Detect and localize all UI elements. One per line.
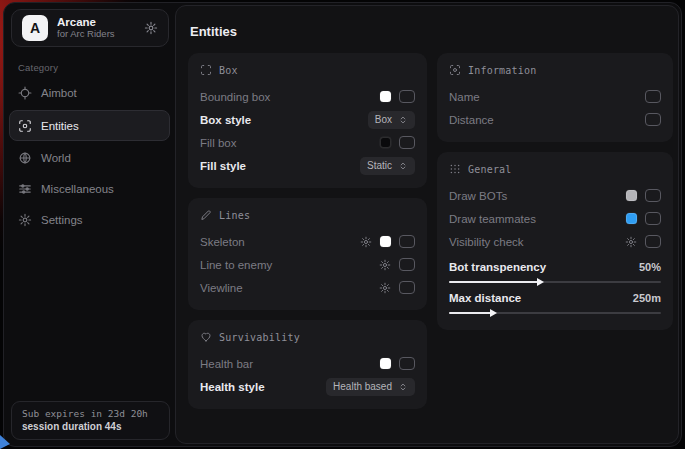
row-settings-gear-icon[interactable] (379, 282, 391, 294)
checkbox[interactable] (645, 235, 661, 248)
setting-row-fill-box: Fill box (200, 132, 415, 153)
category-label: Category (18, 62, 175, 73)
grid-icon (449, 163, 461, 175)
app-subtitle: for Arc Riders (57, 29, 135, 40)
sidebar-item-world[interactable]: World (9, 143, 170, 173)
right-column: InformationNameDistanceGeneralDraw BOTsD… (437, 53, 673, 340)
scan-icon (200, 64, 212, 76)
app-window: A Arcane for Arc Riders Category AimbotE… (3, 2, 682, 447)
subscription-card: Sub expires in 23d 20h session duration … (11, 401, 170, 440)
page-title: Entities (190, 24, 666, 39)
card-lines: LinesSkeletonLine to enemyViewline (188, 198, 427, 310)
session-duration-text: session duration 44s (22, 421, 159, 432)
card-box: BoxBounding boxBox styleBoxFill boxFill … (188, 53, 427, 188)
color-swatch[interactable] (626, 190, 637, 201)
scan-eye-icon (18, 119, 32, 133)
row-controls (625, 235, 661, 248)
row-controls (626, 212, 661, 225)
checkbox[interactable] (399, 235, 415, 248)
dropdown[interactable]: Static (360, 157, 415, 175)
setting-row-skeleton: Skeleton (200, 231, 415, 252)
row-controls: Health based (326, 378, 415, 396)
sidebar-item-label: Miscellaneous (41, 183, 114, 195)
checkbox[interactable] (399, 281, 415, 294)
color-swatch[interactable] (380, 137, 391, 148)
dropdown-value: Health based (333, 381, 392, 392)
mouse-cursor (0, 433, 12, 449)
card-title: General (468, 164, 512, 175)
slider[interactable] (449, 281, 661, 283)
setting-row-draw-bots: Draw BOTs (449, 185, 661, 206)
setting-row-health-style: Health styleHealth based (200, 376, 415, 397)
checkbox[interactable] (645, 189, 661, 202)
slider[interactable] (449, 312, 661, 314)
row-label: Bot transpenency (449, 261, 546, 273)
chevrons-up-down-icon (398, 382, 408, 392)
row-controls: Static (360, 157, 415, 175)
color-swatch[interactable] (380, 236, 391, 247)
sidebar-item-entities[interactable]: Entities (9, 110, 170, 141)
sliders-icon (18, 182, 32, 196)
card-header: General (449, 163, 661, 175)
sidebar: A Arcane for Arc Riders Category AimbotE… (4, 3, 175, 446)
checkbox[interactable] (399, 357, 415, 370)
card-general: GeneralDraw BOTsDraw teammatesVisibility… (437, 152, 673, 330)
card-header: Survivability (200, 331, 415, 343)
slider-value: 50% (639, 261, 661, 273)
scan-eye-icon (449, 64, 461, 76)
slider-row-bot-transpenency: Bot transpenency50% (449, 259, 661, 283)
row-settings-gear-icon[interactable] (625, 236, 637, 248)
setting-row-fill-style: Fill styleStatic (200, 155, 415, 176)
row-controls (380, 90, 415, 103)
row-label: Fill box (200, 137, 236, 149)
sidebar-item-label: Aimbot (41, 87, 77, 99)
checkbox[interactable] (399, 90, 415, 103)
row-label: Line to enemy (200, 259, 272, 271)
dropdown[interactable]: Health based (326, 378, 415, 396)
row-label: Viewline (200, 282, 243, 294)
color-swatch[interactable] (380, 358, 391, 369)
row-controls (645, 113, 661, 126)
color-swatch[interactable] (380, 91, 391, 102)
setting-row-visibility-check: Visibility check (449, 231, 661, 252)
logo-text: Arcane for Arc Riders (57, 16, 135, 40)
setting-row-health-bar: Health bar (200, 353, 415, 374)
row-label: Max distance (449, 292, 521, 304)
row-label: Distance (449, 114, 494, 126)
row-controls (360, 235, 415, 248)
dropdown-value: Static (367, 160, 392, 171)
left-column: BoxBounding boxBox styleBoxFill boxFill … (188, 53, 427, 419)
checkbox[interactable] (399, 258, 415, 271)
setting-row-bounding-box: Bounding box (200, 86, 415, 107)
sidebar-item-label: Settings (41, 214, 83, 226)
card-survivability: SurvivabilityHealth barHealth styleHealt… (188, 320, 427, 409)
sidebar-item-aimbot[interactable]: Aimbot (9, 78, 170, 108)
dropdown[interactable]: Box (368, 111, 415, 129)
row-label: Health bar (200, 358, 253, 370)
sidebar-item-settings[interactable]: Settings (9, 205, 170, 235)
checkbox[interactable] (399, 136, 415, 149)
row-settings-gear-icon[interactable] (379, 259, 391, 271)
card-header: Box (200, 64, 415, 76)
setting-row-line-to-enemy: Line to enemy (200, 254, 415, 275)
slider-row-max-distance: Max distance250m (449, 290, 661, 314)
checkbox[interactable] (645, 212, 661, 225)
row-controls (626, 189, 661, 202)
slider-value: 250m (633, 292, 661, 304)
checkbox[interactable] (645, 90, 661, 103)
heart-pulse-icon (200, 331, 212, 343)
color-swatch[interactable] (626, 213, 637, 224)
gear-icon (18, 213, 32, 227)
card-title: Survivability (219, 332, 300, 343)
row-label: Fill style (200, 160, 246, 172)
row-settings-gear-icon[interactable] (360, 236, 372, 248)
app-logo: A (22, 15, 48, 41)
row-controls (645, 90, 661, 103)
card-header: Lines (200, 209, 415, 221)
row-controls (379, 281, 415, 294)
sidebar-item-miscellaneous[interactable]: Miscellaneous (9, 174, 170, 204)
gear-icon[interactable] (144, 21, 158, 35)
pencil-icon (200, 209, 212, 221)
checkbox[interactable] (645, 113, 661, 126)
row-controls (380, 136, 415, 149)
